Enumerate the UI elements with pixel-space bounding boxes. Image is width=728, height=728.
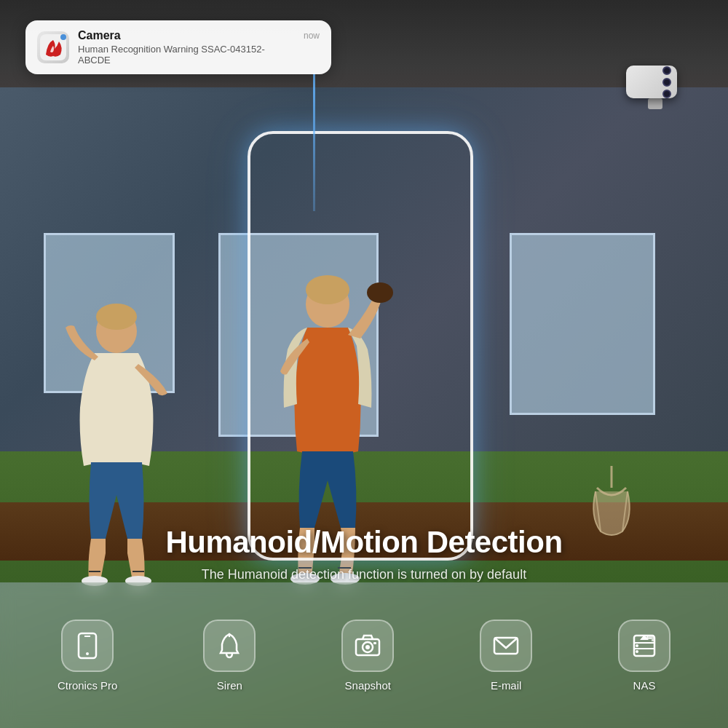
svg-rect-24 [373, 642, 376, 644]
scan-line [313, 73, 315, 211]
email-icon-circle [480, 620, 532, 672]
feature-siren[interactable]: Siren [203, 620, 256, 692]
nas-label: NAS [633, 679, 656, 692]
ctronics-pro-icon-circle [61, 620, 114, 672]
email-label: E-mail [491, 679, 522, 692]
notification-content: Camera Human Recognition Warning SSAC-04… [78, 29, 295, 66]
feature-email[interactable]: E-mail [480, 620, 532, 692]
feature-ctronics-pro[interactable]: Ctronics Pro [58, 620, 118, 692]
siren-label: Siren [217, 679, 242, 692]
subtitle: The Humanoid detection function is turne… [0, 567, 728, 582]
feature-snapshot[interactable]: Snapshot [341, 620, 394, 692]
wifi-indicator [60, 34, 66, 40]
notification-card: Camera Human Recognition Warning SSAC-04… [25, 20, 331, 74]
notification-body: Human Recognition Warning SSAC-043152-AB… [78, 44, 295, 66]
email-icon [491, 631, 521, 660]
svg-point-29 [636, 644, 638, 647]
svg-point-4 [96, 304, 137, 330]
nas-icon [630, 631, 659, 660]
camera-device [626, 66, 684, 113]
phone-detection-frame [248, 131, 473, 561]
feature-bar: Ctronics Pro Siren Snapshot [0, 582, 728, 728]
text-section: Humanoid/Motion Detection The Humanoid d… [0, 525, 728, 582]
ctronics-pro-label: Ctronics Pro [58, 679, 118, 692]
snapshot-icon-circle [341, 620, 394, 672]
camera-icon [353, 631, 382, 660]
notification-app-icon [37, 31, 69, 63]
notification-time: now [304, 29, 320, 41]
svg-point-19 [86, 652, 89, 655]
siren-icon-circle [203, 620, 256, 672]
snapshot-label: Snapshot [345, 679, 391, 692]
svg-point-23 [365, 645, 370, 649]
bell-icon [215, 631, 244, 660]
window-right [510, 233, 655, 415]
main-title: Humanoid/Motion Detection [0, 525, 728, 560]
feature-nas[interactable]: NAS [618, 620, 670, 692]
svg-point-30 [636, 650, 638, 653]
nas-icon-circle [618, 620, 670, 672]
notification-title: Camera [78, 29, 295, 42]
phone-icon [73, 631, 102, 660]
